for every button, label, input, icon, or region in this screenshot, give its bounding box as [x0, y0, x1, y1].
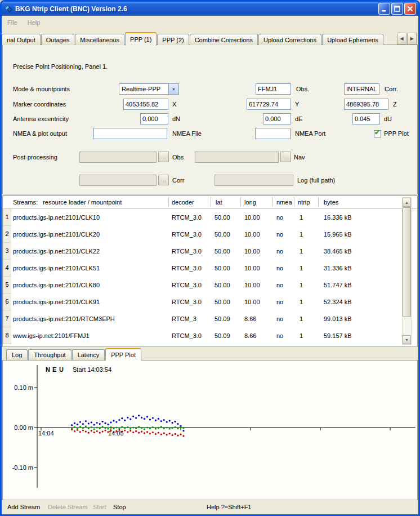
table-row[interactable]: 6 products.igs-ip.net:2101/CLK91 RTCM_3.… [3, 293, 407, 310]
stream-decoder: RTCM_3.0 [172, 243, 202, 260]
marker-z-field[interactable] [344, 99, 388, 110]
tab-combine-corrections[interactable]: Combine Corrections [190, 34, 258, 45]
scroll-down-button[interactable]: ▼ [403, 335, 411, 344]
table-row[interactable]: 4 products.igs-ip.net:2101/CLK51 RTCM_3.… [3, 260, 407, 277]
obs-mountpoint-field[interactable] [256, 83, 291, 95]
stream-nmea: no [276, 243, 283, 260]
tab-ppp-1[interactable]: PPP (1) [125, 32, 157, 46]
ppp-plot-checkbox[interactable]: ✔ [374, 130, 381, 137]
tab-outages[interactable]: Outages [41, 34, 75, 45]
stream-lat: 50.00 [215, 293, 230, 310]
tab-ppp-plot[interactable]: PPP Plot [105, 348, 141, 361]
table-row[interactable]: 7 products.igs-ip.net:2101/RTCM3EPH RTCM… [3, 310, 407, 327]
ytick-010: 0.10 m [4, 384, 33, 391]
stream-ntrip: 1 [300, 310, 303, 327]
stream-bytes: 51.747 kB [324, 277, 352, 293]
tab-scroll-left-button[interactable]: ◀ [397, 33, 406, 45]
vertical-scrollbar[interactable]: ▲ ▼ [402, 197, 412, 345]
stream-long: 10.00 [244, 209, 260, 226]
nmea-port-field[interactable] [255, 128, 291, 139]
stream-lat: 50.00 [215, 226, 230, 243]
postproc-corr-file-field[interactable] [79, 175, 157, 186]
nmea-file-field[interactable] [93, 128, 167, 139]
marker-x-field[interactable] [123, 99, 168, 110]
stream-bytes: 99.013 kB [324, 310, 352, 327]
header-decoder: decoder [172, 196, 194, 208]
obs-file-label: Obs [172, 152, 184, 163]
stream-bytes: 16.336 kB [324, 209, 352, 226]
mode-combobox[interactable]: Realtime-PPP ▼ [119, 83, 179, 95]
stream-nmea: no [276, 327, 283, 344]
tab-log[interactable]: Log [6, 349, 28, 360]
stream-decoder: RTCM_3.0 [172, 209, 202, 226]
postproc-nav-file-field[interactable] [195, 152, 279, 163]
panel-heading: Precise Point Positioning, Panel 1. [13, 61, 108, 72]
stream-long: 10.00 [244, 226, 260, 243]
corr-mountpoint-field[interactable] [344, 83, 379, 95]
tab-upload-ephemeris[interactable]: Upload Ephemeris [322, 34, 383, 45]
start-button[interactable]: Start [93, 500, 106, 514]
stream-ntrip: 1 [300, 243, 303, 260]
main-tab-bar: rial Output Outages Miscellaneous PPP (1… [2, 31, 418, 45]
legend-e: E [52, 366, 57, 373]
help-shortcut-label: Help ?=Shift+F1 [207, 500, 252, 514]
table-row[interactable]: 1 products.igs-ip.net:2101/CLK10 RTCM_3.… [3, 209, 407, 226]
tab-latency[interactable]: Latency [72, 349, 105, 360]
z-label: Z [393, 99, 397, 110]
column-divider [294, 197, 294, 207]
marker-coordinates-label: Marker coordinates [13, 99, 66, 110]
window-title: BKG Ntrip Client (BNC) Version 2.6 [15, 5, 378, 13]
table-row[interactable]: 8 www.igs-ip.net:2101/FFMJ1 RTCM_3.0 50.… [3, 327, 407, 344]
tab-ppp-2[interactable]: PPP (2) [157, 34, 189, 45]
scroll-up-button[interactable]: ▲ [403, 198, 411, 207]
corr-label: Corr. [385, 83, 398, 95]
stream-decoder: RTCM_3 [172, 310, 196, 327]
column-divider [211, 197, 211, 207]
combo-dropdown-button[interactable]: ▼ [168, 84, 178, 94]
scroll-down-icon: ▼ [405, 338, 409, 342]
header-lat: lat [216, 196, 222, 208]
tab-serial-output[interactable]: rial Output [2, 34, 41, 45]
antenna-du-field[interactable] [352, 113, 380, 124]
table-row[interactable]: 5 products.igs-ip.net:2101/CLK80 RTCM_3.… [3, 277, 407, 293]
menu-help[interactable]: Help [28, 19, 41, 26]
menu-file[interactable]: File [7, 19, 17, 26]
antenna-excentricity-label: Antenna excentricity [13, 113, 69, 124]
browse-nav-button[interactable]: ... [280, 152, 291, 162]
maximize-button[interactable] [391, 3, 403, 15]
postproc-log-file-field[interactable] [215, 175, 293, 186]
browse-obs-button[interactable]: ... [158, 152, 169, 162]
ppp-panel: Precise Point Positioning, Panel 1. Mode… [2, 45, 418, 194]
tab-scroll-right-button[interactable]: ▶ [407, 33, 417, 45]
stop-button[interactable]: Stop [113, 500, 126, 514]
add-stream-button[interactable]: Add Stream [7, 500, 40, 514]
row-number: 3 [3, 243, 11, 260]
antenna-dn-field[interactable] [140, 113, 168, 124]
browse-corr-button[interactable]: ... [158, 175, 169, 185]
stream-long: 8.66 [244, 310, 256, 327]
stream-bytes: 59.157 kB [324, 327, 352, 344]
stream-mountpoint: products.igs-ip.net:2101/CLK20 [13, 226, 100, 243]
tab-throughput[interactable]: Throughput [28, 349, 71, 360]
delete-stream-button[interactable]: Delete Stream [48, 500, 87, 514]
tab-miscellaneous[interactable]: Miscellaneous [75, 34, 124, 45]
antenna-de-field[interactable] [263, 113, 291, 124]
chevron-left-icon: ◀ [400, 36, 403, 41]
stream-decoder: RTCM_3.0 [172, 277, 202, 293]
scrollbar-thumb[interactable] [403, 207, 411, 317]
titlebar[interactable]: BKG Ntrip Client (BNC) Version 2.6 [2, 2, 418, 16]
table-row[interactable]: 2 products.igs-ip.net:2101/CLK20 RTCM_3.… [3, 226, 407, 243]
minimize-button[interactable] [378, 3, 390, 15]
tab-upload-corrections[interactable]: Upload Corrections [258, 34, 321, 45]
close-button[interactable] [404, 3, 416, 15]
marker-y-field[interactable] [247, 99, 291, 110]
mode-combobox-value: Realtime-PPP [119, 86, 168, 92]
stream-ntrip: 1 [300, 209, 303, 226]
table-row[interactable]: 3 products.igs-ip.net:2101/CLK22 RTCM_3.… [3, 243, 407, 260]
stream-lat: 50.09 [215, 310, 230, 327]
stream-long: 10.00 [244, 260, 260, 277]
header-nmea: nmea [276, 196, 292, 208]
header-ntrip: ntrip [298, 196, 310, 208]
postproc-obs-file-field[interactable] [79, 152, 157, 163]
stream-mountpoint: products.igs-ip.net:2101/RTCM3EPH [13, 310, 115, 327]
